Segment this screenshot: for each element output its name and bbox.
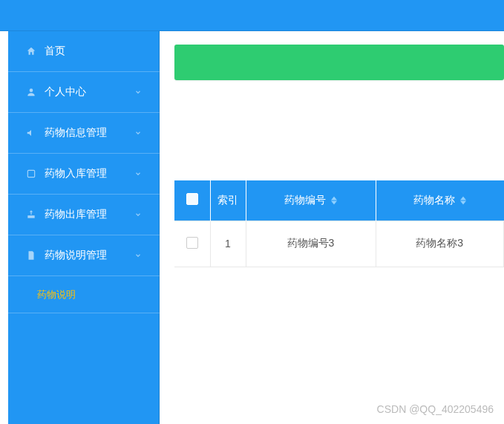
select-all-checkbox[interactable] — [186, 193, 198, 205]
main-content: 索引 药物编号 药物名称 — [160, 31, 504, 424]
data-table-container: 索引 药物编号 药物名称 — [174, 180, 504, 267]
home-icon — [25, 45, 37, 57]
sidebar-item-home[interactable]: 首页 — [0, 31, 160, 72]
chevron-down-icon — [134, 86, 142, 98]
header-drug-name[interactable]: 药物名称 — [376, 180, 504, 221]
sidebar-item-drug-info[interactable]: 药物信息管理 — [0, 113, 160, 154]
table-row[interactable]: 1 药物编号3 药物名称3 — [174, 221, 504, 267]
chevron-down-icon — [134, 168, 142, 180]
header-drug-code[interactable]: 药物编号 — [246, 180, 376, 221]
header-label: 索引 — [217, 194, 238, 206]
inbox-icon — [25, 168, 37, 180]
sidebar-item-label: 药物说明管理 — [45, 249, 107, 262]
sidebar-item-label: 药物信息管理 — [45, 126, 107, 140]
chevron-down-icon — [134, 249, 142, 261]
table-header-row: 索引 药物编号 药物名称 — [174, 180, 504, 221]
user-icon — [25, 86, 37, 98]
svg-point-0 — [30, 88, 33, 92]
sidebar-item-profile[interactable]: 个人中心 — [0, 72, 160, 113]
outbox-icon — [25, 209, 37, 221]
sidebar-item-drug-outbound[interactable]: 药物出库管理 — [0, 195, 160, 235]
sidebar-subitem-label: 药物说明 — [37, 288, 76, 301]
sidebar-item-drug-instructions[interactable]: 药物说明管理 — [0, 235, 160, 276]
megaphone-icon — [25, 127, 37, 139]
cell-index: 1 — [210, 221, 246, 267]
sidebar-item-label: 个人中心 — [45, 85, 86, 99]
svg-rect-1 — [27, 170, 34, 177]
header-select-all[interactable] — [174, 180, 210, 221]
cell-drug-code: 药物编号3 — [246, 221, 376, 267]
sort-icon[interactable] — [331, 196, 337, 205]
sidebar-item-label: 药物出库管理 — [45, 208, 107, 221]
sidebar-item-label: 药物入库管理 — [45, 167, 107, 180]
row-select-cell[interactable] — [174, 221, 210, 267]
header-label: 药物名称 — [413, 194, 455, 206]
sort-icon[interactable] — [460, 196, 466, 205]
top-bar — [0, 0, 504, 31]
sidebar-item-drug-inbound[interactable]: 药物入库管理 — [0, 154, 160, 195]
chevron-down-icon — [134, 127, 142, 139]
chevron-down-icon — [134, 209, 142, 221]
svg-rect-2 — [27, 215, 34, 218]
cell-drug-name: 药物名称3 — [376, 221, 504, 267]
sidebar: 首页 个人中心 药物信息管理 药物入库管理 — [0, 31, 160, 424]
sidebar-item-label: 首页 — [45, 45, 65, 58]
row-checkbox[interactable] — [186, 237, 198, 249]
notice-banner — [174, 45, 504, 80]
data-table: 索引 药物编号 药物名称 — [174, 180, 504, 267]
header-label: 药物编号 — [284, 194, 326, 206]
header-index[interactable]: 索引 — [210, 180, 246, 221]
sidebar-subitem-drug-instruction[interactable]: 药物说明 — [0, 276, 160, 313]
doc-icon — [25, 249, 37, 261]
